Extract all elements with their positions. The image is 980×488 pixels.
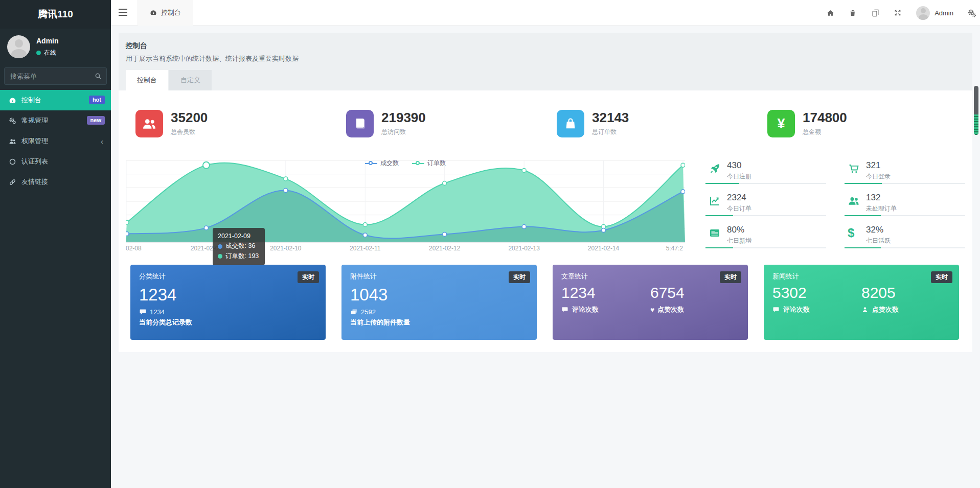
summary-cards-row: 分类统计 实时 1234 1234 当前分类总记录数 附件统计 实时 1043 [126,265,965,340]
search-icon[interactable] [94,72,102,80]
hamburger-menu-icon[interactable] [119,9,129,17]
sidebar-item-links[interactable]: 友情链接 [0,172,111,192]
book-icon [346,110,374,137]
quick-stat-label: 今日订单 [727,204,826,213]
navbar-user-menu[interactable]: Admin [916,6,953,20]
avatar [916,6,930,20]
user-name: Admin [36,37,59,45]
gauge-icon [150,9,157,16]
legend-label: 成交数 [380,159,399,168]
comment-icon [139,308,147,316]
card-caption: 评论次数 [783,305,810,314]
card-caption: 当前上传的附件数量 [350,318,528,327]
chart-x-axis-labels: 02-082021-02-092021-02-102021-02-112021-… [126,245,685,253]
images-icon [350,308,358,316]
app-logo[interactable]: 腾讯110 [0,0,111,29]
stat-value: 174800 [803,111,847,125]
page-title: 控制台 [126,41,965,51]
tab-dashboard[interactable]: 控制台 [126,70,168,90]
quick-stat-logins: 321 今日登录 [845,159,965,191]
card-caption: 点赞次数 [657,305,684,314]
yen-icon: ¥ [767,110,795,137]
summary-card-categories: 分类统计 实时 1234 1234 当前分类总记录数 [130,265,326,340]
stat-value: 32143 [592,111,629,125]
quick-stat-value: 2324 [727,193,826,203]
quick-stat-value: 80% [727,225,826,235]
search-input[interactable] [4,67,107,85]
x-axis-tick: 2021-02-13 [508,245,539,252]
quick-stat-label: 七日活跃 [866,237,965,245]
card-value: 1234 [561,284,650,301]
shopping-bag-icon [557,110,584,137]
card-value: 1043 [350,285,528,305]
clear-cache-icon[interactable] [871,9,880,17]
quick-stat-value: 32% [866,225,965,235]
sidebar-item-dashboard[interactable]: 控制台 hot [0,90,111,110]
quick-stat-label: 七日新增 [727,237,826,245]
quick-stat-value: 430 [727,160,826,171]
card-caption: 点赞次数 [872,305,899,314]
progress-bar [705,183,826,184]
summary-card-attachments: 附件统计 实时 1043 2592 当前上传的附件数量 [341,265,537,340]
card-title: 文章统计 [561,272,739,281]
sidebar-item-label: 控制台 [21,96,41,105]
series-dot-icon [218,254,222,259]
list-card-icon [709,227,721,239]
trash-icon[interactable] [849,9,857,17]
quick-stat-value: 132 [866,193,965,203]
sidebar-item-auth-list[interactable]: 认证列表 [0,151,111,172]
tab-custom[interactable]: 自定义 [169,70,212,90]
quick-stat-label: 未处理订单 [866,204,965,213]
navbar-tab-dashboard[interactable]: 控制台 [138,0,193,26]
online-status-icon [36,51,41,55]
stat-value: 35200 [171,111,208,125]
sidebar-menu: 控制台 hot 常规管理 new 权限管理 ‹ 认证列表 [0,90,111,192]
realtime-badge: 实时 [720,271,741,283]
card-value: 1234 [139,285,317,305]
x-axis-tick: 2021-02-12 [429,245,460,252]
x-axis-tick: 02-08 [126,245,142,252]
card-title: 分类统计 [139,272,317,281]
sidebar-item-general[interactable]: 常规管理 new [0,110,111,131]
realtime-badge: 实时 [931,271,952,283]
users-icon [848,195,860,207]
stat-card-visits: 219390 总访问数 [339,100,541,151]
x-axis-tick: 5:47:2 [666,245,683,252]
fullscreen-icon[interactable] [894,9,902,17]
stat-value: 219390 [381,111,426,125]
x-axis-tick: 2021-02-14 [588,245,619,252]
comment-icon [561,306,569,314]
quick-stat-registrations: 430 今日注册 [705,159,826,191]
quick-stat-value: 321 [866,160,965,171]
settings-cogs-icon[interactable] [967,9,976,17]
comment-icon [772,306,780,314]
sidebar-item-permissions[interactable]: 权限管理 ‹ [0,131,111,151]
sidebar-item-label: 认证列表 [21,157,48,166]
cogs-icon [7,117,18,125]
stat-cards-row: 35200 总会员数 219390 总访问数 32143 总订单数 [128,100,963,151]
home-icon[interactable] [826,9,835,17]
quick-stat-week-new: 80% 七日新增 [705,224,826,255]
sidebar-item-label: 权限管理 [21,136,48,146]
card-sub-value: 1234 [150,308,165,316]
circle-icon [7,158,18,166]
stat-card-amount: ¥ 174800 总金额 [760,100,963,151]
orders-area-chart[interactable]: 成交数 订单数 02-082021-02-092021-02-102021-02… [126,159,692,254]
quick-stats-grid: 430 今日注册 321 今日登录 [705,159,965,255]
stat-label: 总会员数 [171,128,208,136]
quick-stat-today-orders: 2324 今日订单 [705,192,826,223]
main-content: 控制台 用于展示当前系统中的统计数据、统计报表及重要实时数据 控制台 自定义 3… [111,26,980,488]
card-caption: 当前分类总记录数 [139,318,317,327]
chart-plot-area[interactable] [126,159,685,243]
legend-item-orders[interactable]: 订单数 [412,159,446,168]
quick-stat-unprocessed: 132 未处理订单 [845,192,965,223]
stat-label: 总访问数 [381,128,426,136]
chart-line-icon [709,195,721,207]
x-axis-tick: 2021-02-09 [191,245,222,252]
quick-stat-week-active: $ 32% 七日活跃 [845,224,965,255]
scrollbar-thumb[interactable] [974,86,978,135]
link-icon [7,178,18,186]
legend-item-deals[interactable]: 成交数 [365,159,399,168]
page-header: 控制台 用于展示当前系统中的统计数据、统计报表及重要实时数据 控制台 自定义 [119,33,972,90]
sidebar-user-panel: Admin 在线 [0,29,111,63]
